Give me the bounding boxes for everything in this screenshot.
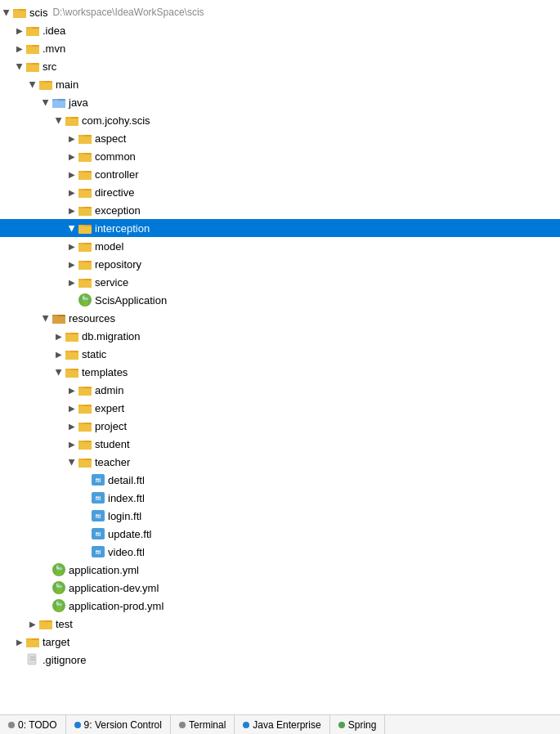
tree-item-label: db.migration — [82, 330, 141, 342]
svg-rect-59 — [65, 370, 78, 378]
tree-arrow[interactable] — [65, 242, 78, 251]
tree-arrow[interactable] — [65, 386, 78, 395]
tree-item-directive[interactable]: directive — [0, 183, 560, 201]
tree-arrow[interactable] — [65, 206, 78, 215]
status-dot — [179, 722, 186, 728]
tree-arrow[interactable] — [65, 134, 78, 143]
tree-item-mvn[interactable]: .mvn — [0, 39, 560, 57]
tree-arrow[interactable] — [65, 440, 78, 449]
tree-item-label: application-prod.yml — [69, 600, 164, 612]
tree-item-label: aspect — [95, 132, 126, 145]
status-bar: 0: TODO9: Version ControlTerminalJava En… — [0, 714, 560, 734]
tree-item-resources[interactable]: resources — [0, 309, 560, 327]
spring-icon: 🍃 — [52, 581, 65, 594]
tree-item-model[interactable]: model — [0, 237, 560, 255]
status-item-vcs[interactable]: 9: Version Control — [66, 715, 171, 734]
tree-arrow[interactable] — [13, 44, 26, 53]
tree-arrow[interactable] — [65, 224, 78, 233]
tree-item-com.jcohy.scis[interactable]: com.jcohy.scis — [0, 111, 560, 129]
tree-arrow[interactable] — [65, 458, 78, 467]
status-item-terminal[interactable]: Terminal — [171, 715, 235, 734]
tree-arrow[interactable] — [65, 188, 78, 197]
tree-item-templates[interactable]: templates — [0, 363, 560, 381]
tree-item-main[interactable]: main — [0, 75, 560, 93]
spring-icon: 🍃 — [78, 293, 92, 307]
tree-item-label: video.ftl — [108, 546, 145, 558]
tree-arrow[interactable] — [65, 152, 78, 161]
tree-item-video.ftl[interactable]: ftlvideo.ftl — [0, 543, 560, 561]
tree-arrow[interactable] — [65, 278, 78, 287]
tree-arrow[interactable] — [52, 368, 65, 377]
tree-item-scis[interactable]: scisD:\workspace\IdeaWorkSpace\scis — [0, 3, 560, 21]
tree-item-ScisApplication[interactable]: 🍃ScisApplication — [0, 291, 560, 309]
tree-arrow[interactable] — [39, 98, 52, 107]
status-dot — [74, 722, 81, 728]
tree-arrow[interactable] — [26, 620, 39, 629]
tree-item-gitignore[interactable]: .gitignore — [0, 651, 560, 669]
tree-item-application-dev.yml[interactable]: 🍃application-dev.yml — [0, 579, 560, 597]
tree-item-target[interactable]: target — [0, 633, 560, 651]
ftl-icon: ftl — [92, 509, 105, 522]
tree-arrow[interactable] — [52, 332, 65, 341]
tree-item-project[interactable]: project — [0, 417, 560, 435]
tree-item-service[interactable]: service — [0, 273, 560, 291]
spring-icon: 🍃 — [52, 599, 65, 612]
tree-item-detail.ftl[interactable]: ftldetail.ftl — [0, 471, 560, 489]
svg-rect-74 — [78, 460, 92, 468]
folder-icon — [78, 132, 92, 145]
tree-item-label: .mvn — [43, 43, 65, 55]
tree-item-label: target — [43, 636, 69, 648]
ftl-icon: ftl — [92, 491, 105, 504]
tree-item-application.yml[interactable]: 🍃application.yml — [0, 561, 560, 579]
tree-arrow[interactable] — [39, 314, 52, 323]
tree-arrow[interactable] — [13, 26, 26, 35]
tree-arrow[interactable] — [65, 260, 78, 269]
tree-item-exception[interactable]: exception — [0, 201, 560, 219]
tree-arrow[interactable] — [65, 422, 78, 431]
tree-arrow[interactable] — [13, 638, 26, 647]
status-item-todo[interactable]: 0: TODO — [0, 715, 66, 734]
tree-arrow[interactable] — [52, 350, 65, 359]
tree-item-aspect[interactable]: aspect — [0, 129, 560, 147]
ftl-icon: ftl — [92, 527, 105, 540]
tree-item-application-prod.yml[interactable]: 🍃application-prod.yml — [0, 597, 560, 615]
tree-item-label: update.ftl — [108, 528, 152, 540]
tree-item-admin[interactable]: admin — [0, 381, 560, 399]
tree-item-teacher[interactable]: teacher — [0, 453, 560, 471]
svg-rect-41 — [78, 244, 92, 252]
tree-arrow[interactable] — [26, 80, 39, 89]
tree-item-label: .idea — [43, 25, 65, 37]
tree-item-label: controller — [95, 168, 138, 181]
tree-item-label: common — [95, 150, 136, 163]
tree-item-label: application-dev.yml — [69, 582, 159, 594]
tree-arrow[interactable] — [52, 116, 65, 125]
tree-item-update.ftl[interactable]: ftlupdate.ftl — [0, 525, 560, 543]
tree-item-index.ftl[interactable]: ftlindex.ftl — [0, 489, 560, 507]
svg-rect-14 — [39, 83, 52, 90]
tree-item-test[interactable]: test — [0, 615, 560, 633]
tree-item-controller[interactable]: controller — [0, 165, 560, 183]
tree-item-common[interactable]: common — [0, 147, 560, 165]
tree-item-repository[interactable]: repository — [0, 255, 560, 273]
tree-item-java[interactable]: java — [0, 93, 560, 111]
tree-arrow[interactable] — [13, 62, 26, 71]
tree-item-expert[interactable]: expert — [0, 399, 560, 417]
ftl-icon: ftl — [92, 473, 105, 486]
tree-arrow[interactable] — [0, 8, 13, 17]
tree-item-db.migration[interactable]: db.migration — [0, 327, 560, 345]
status-item-enterprise[interactable]: Java Enterprise — [235, 715, 329, 734]
tree-item-login.ftl[interactable]: ftllogin.ftl — [0, 507, 560, 525]
status-label: Spring — [348, 719, 377, 731]
spring-icon: 🍃 — [52, 563, 65, 576]
tree-item-student[interactable]: student — [0, 435, 560, 453]
tree-item-interception[interactable]: interception — [0, 219, 560, 237]
tree-item-label: .gitignore — [43, 654, 86, 666]
tree-item-src[interactable]: src — [0, 57, 560, 75]
svg-rect-5 — [26, 29, 39, 36]
tree-item-label: interception — [95, 222, 150, 235]
tree-item-static[interactable]: static — [0, 345, 560, 363]
tree-arrow[interactable] — [65, 170, 78, 179]
status-item-spring[interactable]: Spring — [330, 715, 386, 734]
tree-item-idea[interactable]: .idea — [0, 21, 560, 39]
tree-arrow[interactable] — [65, 404, 78, 413]
